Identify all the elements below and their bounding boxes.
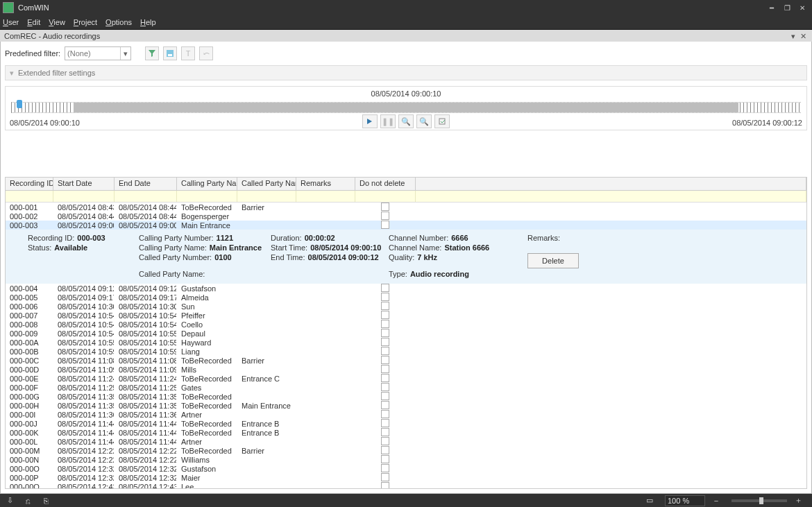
menu-user[interactable]: User bbox=[3, 18, 19, 26]
maximize-button[interactable]: ❐ bbox=[780, 2, 794, 13]
content-pane: Predefined filter: (None) ▾ T ⤺ ▾ Extend… bbox=[0, 42, 812, 43]
close-button[interactable]: ✕ bbox=[795, 2, 809, 13]
title-bar: ComWIN ━ ❐ ✕ bbox=[0, 0, 812, 15]
menu-view[interactable]: View bbox=[49, 18, 65, 26]
menu-bar: UserEditViewProjectOptionsHelp bbox=[0, 15, 812, 30]
menu-project[interactable]: Project bbox=[74, 18, 97, 26]
tab-close-button[interactable]: ✕ bbox=[798, 31, 808, 41]
minimize-button[interactable]: ━ bbox=[765, 2, 779, 13]
menu-help[interactable]: Help bbox=[140, 18, 156, 26]
pin-icon[interactable]: ▾ bbox=[788, 31, 798, 41]
app-icon bbox=[3, 2, 14, 13]
window-title: ComWIN bbox=[18, 3, 763, 12]
menu-options[interactable]: Options bbox=[105, 18, 132, 26]
document-tab-title: ComREC - Audio recordings bbox=[4, 32, 100, 40]
menu-edit[interactable]: Edit bbox=[27, 18, 40, 26]
